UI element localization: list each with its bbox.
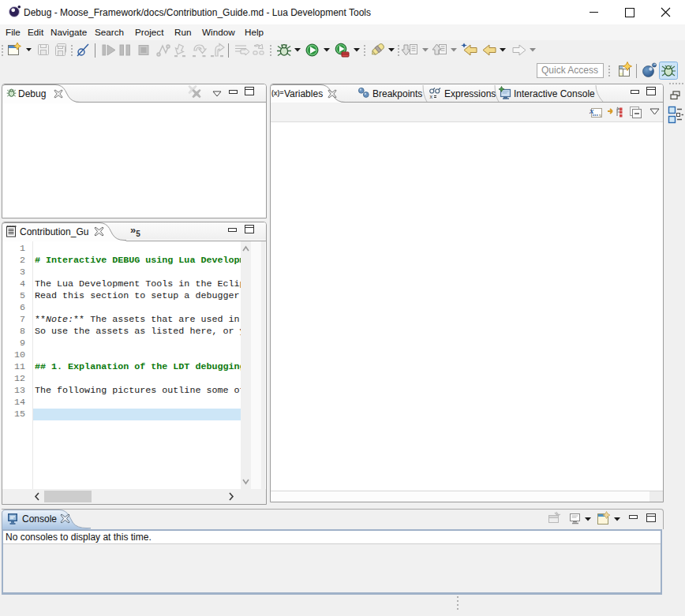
svg-text:x: x (430, 94, 433, 99)
svg-text:x: x (589, 106, 594, 115)
